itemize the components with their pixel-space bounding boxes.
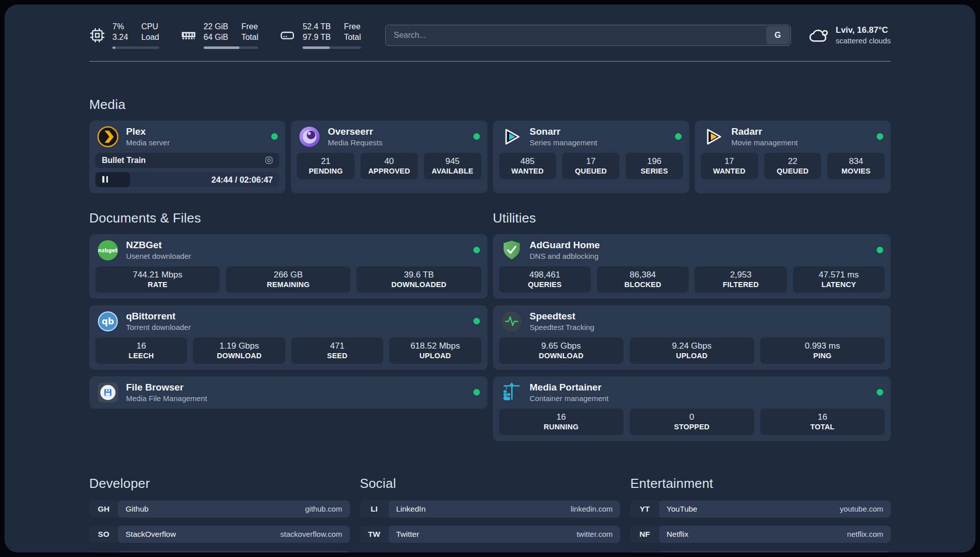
stat-tile: 0STOPPED bbox=[630, 409, 754, 435]
playback-progress: 24:44 / 02:06:47 bbox=[95, 172, 279, 187]
status-dot bbox=[877, 133, 883, 140]
stat-tile: 196SERIES bbox=[626, 153, 683, 179]
app-title: NZBGet bbox=[126, 239, 191, 251]
app-card-portainer[interactable]: Media Portainer Container management 16R… bbox=[493, 376, 891, 441]
cpu-usage-label: CPU bbox=[141, 22, 159, 32]
stat-tile: 744.21 MbpsRATE bbox=[95, 266, 220, 293]
app-card-filebrowser[interactable]: File Browser Media File Management bbox=[89, 376, 487, 409]
app-card-plex[interactable]: Plex Media server Bullet Train 24:44 / 0… bbox=[89, 121, 285, 193]
stat-tile: 21PENDING bbox=[297, 153, 354, 179]
app-title: Radarr bbox=[731, 126, 798, 138]
stat-tile: 16TOTAL bbox=[760, 409, 885, 435]
app-title: qBittorrent bbox=[126, 310, 191, 322]
stat-tile: 485WANTED bbox=[499, 153, 557, 179]
app-title: Speedtest bbox=[530, 310, 594, 322]
bookmark-dev[interactable]: DT DEVdev.to bbox=[89, 551, 350, 552]
app-subtitle: Media Requests bbox=[328, 138, 382, 148]
stat-tile: 266 GBREMAINING bbox=[226, 266, 350, 293]
app-subtitle: Usenet downloader bbox=[126, 251, 191, 261]
storage-total-label: Total bbox=[344, 32, 361, 43]
app-subtitle: Series management bbox=[530, 138, 597, 148]
status-dot bbox=[473, 318, 480, 324]
status-dot bbox=[675, 133, 682, 140]
dashboard-panel: 7% 3.24 CPU Load bbox=[5, 5, 975, 552]
stat-tile: 945AVAILABLE bbox=[424, 153, 481, 179]
app-title: Overseerr bbox=[328, 126, 382, 138]
app-title: Sonarr bbox=[530, 126, 597, 138]
cpu-load-label: Load bbox=[141, 32, 159, 43]
memory-usage-bar bbox=[204, 46, 259, 49]
search-input[interactable] bbox=[385, 25, 791, 46]
dashboard: 7% 3.24 CPU Load bbox=[0, 0, 980, 557]
app-subtitle: Container management bbox=[530, 394, 609, 404]
memory-free-value: 22 GiB bbox=[204, 22, 228, 32]
cpu-usage-bar bbox=[112, 46, 159, 49]
adguard-icon bbox=[501, 239, 523, 261]
stat-tile: 40APPROVED bbox=[360, 153, 418, 179]
stat-tile: 39.6 TBDOWNLOADED bbox=[356, 266, 481, 293]
section-title-utilities: Utilities bbox=[493, 210, 891, 226]
status-dot bbox=[473, 389, 480, 396]
bookmark-linkedin[interactable]: LI LinkedInlinkedin.com bbox=[360, 500, 621, 518]
google-search-button[interactable]: G bbox=[766, 26, 789, 44]
app-subtitle: DNS and adblocking bbox=[530, 251, 600, 261]
weather-condition: scattered clouds bbox=[836, 36, 891, 45]
storage-free-value: 52.4 TB bbox=[302, 22, 331, 32]
overseerr-icon bbox=[298, 126, 321, 148]
radarr-icon bbox=[702, 126, 724, 148]
now-playing-title: Bullet Train bbox=[102, 156, 146, 165]
search-bar: G bbox=[385, 25, 791, 46]
app-title: AdGuard Home bbox=[530, 239, 600, 251]
now-playing-row: Bullet Train bbox=[95, 153, 279, 168]
cpu-load-value: 3.24 bbox=[112, 32, 128, 43]
storage-free-label: Free bbox=[344, 22, 361, 32]
stat-tile: 471SEED bbox=[291, 338, 383, 364]
section-title-social: Social bbox=[360, 476, 621, 491]
playback-time: 24:44 / 02:06:47 bbox=[211, 172, 273, 187]
bookmark-netflix[interactable]: NF Netflixnetflix.com bbox=[630, 526, 891, 543]
section-title-media: Media bbox=[89, 97, 891, 113]
storage-total-value: 97.9 TB bbox=[302, 32, 331, 43]
app-title: Media Portainer bbox=[530, 381, 609, 394]
stat-tile: 16LEECH bbox=[95, 338, 187, 364]
bookmark-youtube[interactable]: YT YouTubeyoutube.com bbox=[630, 500, 891, 518]
portainer-icon bbox=[501, 381, 523, 404]
speedtest-icon bbox=[501, 310, 523, 332]
memory-icon bbox=[180, 27, 197, 43]
bookmark-reddit[interactable]: RE Redditreddit.com bbox=[630, 551, 891, 552]
cpu-stat: 7% 3.24 CPU Load bbox=[89, 22, 159, 49]
memory-stat: 22 GiB 64 GiB Free Total bbox=[180, 22, 259, 49]
stat-tile: 86,384BLOCKED bbox=[597, 266, 689, 293]
app-title: Plex bbox=[126, 126, 170, 138]
app-card-radarr[interactable]: Radarr Movie management 17WANTED 22QUEUE… bbox=[695, 121, 891, 193]
bookmark-twitter[interactable]: TW Twittertwitter.com bbox=[360, 526, 621, 543]
plex-icon bbox=[97, 126, 119, 148]
utilities-column: Utilities AdGuard Home DNS and adblockin… bbox=[493, 210, 891, 448]
svg-text:qb: qb bbox=[102, 316, 114, 326]
bookmark-stackoverflow[interactable]: SO StackOverflowstackoverflow.com bbox=[89, 526, 350, 543]
qbittorrent-icon: qb bbox=[97, 310, 119, 332]
cpu-usage-value: 7% bbox=[112, 22, 128, 32]
app-subtitle: Media File Management bbox=[126, 394, 207, 404]
stat-tile: 2,953FILTERED bbox=[695, 266, 786, 293]
app-card-adguard[interactable]: AdGuard Home DNS and adblocking 498,461Q… bbox=[493, 234, 891, 299]
stat-tile: 9.24 GbpsUPLOAD bbox=[630, 338, 754, 364]
stat-tile: 498,461QUERIES bbox=[499, 266, 591, 293]
documents-column: Documents & Files nzbget NZBGet Usenet d… bbox=[89, 210, 487, 415]
app-subtitle: Speedtest Tracking bbox=[530, 322, 594, 332]
bookmark-github[interactable]: GH Githubgithub.com bbox=[89, 500, 350, 518]
app-card-nzbget[interactable]: nzbget NZBGet Usenet downloader 744.21 M… bbox=[89, 234, 487, 299]
weather-location: Lviv, 16.87°C bbox=[836, 25, 891, 35]
stat-tile: 47.571 msLATENCY bbox=[793, 266, 885, 293]
status-dot bbox=[473, 133, 480, 140]
sonarr-icon bbox=[501, 126, 523, 148]
section-title-developer: Developer bbox=[89, 476, 350, 491]
topbar: 7% 3.24 CPU Load bbox=[89, 22, 891, 49]
app-card-qbittorrent[interactable]: qb qBittorrent Torrent downloader 16LEEC… bbox=[89, 305, 487, 370]
app-card-speedtest[interactable]: Speedtest Speedtest Tracking 9.65 GbpsDO… bbox=[493, 305, 891, 370]
pause-button[interactable] bbox=[102, 176, 108, 183]
status-dot bbox=[877, 247, 883, 253]
app-card-overseerr[interactable]: Overseerr Media Requests 21PENDING 40APP… bbox=[291, 121, 487, 193]
weather-widget: Lviv, 16.87°C scattered clouds bbox=[808, 25, 891, 46]
app-card-sonarr[interactable]: Sonarr Series management 485WANTED 17QUE… bbox=[493, 121, 689, 193]
